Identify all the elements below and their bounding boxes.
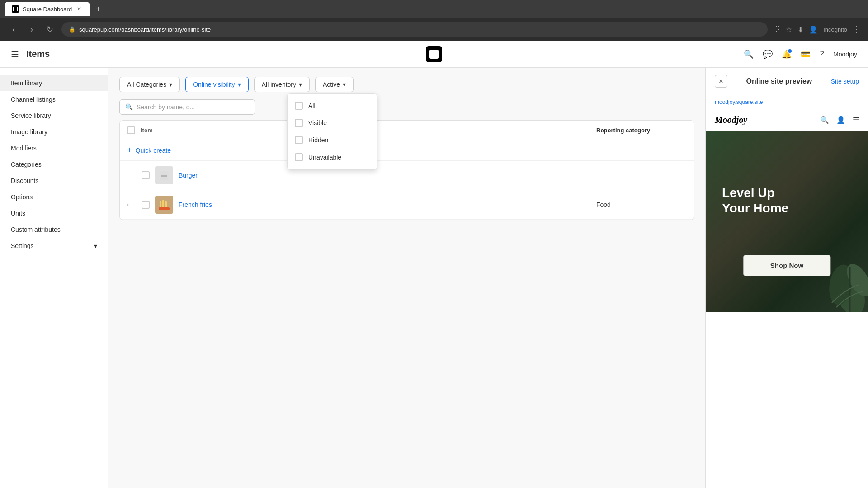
reporting-category-column-header: Reporting category <box>596 127 687 134</box>
dropdown-checkbox[interactable] <box>295 153 303 161</box>
forward-button[interactable]: › <box>25 23 38 36</box>
chat-icon[interactable]: 💬 <box>763 49 773 59</box>
close-panel-button[interactable]: ✕ <box>715 75 727 88</box>
item-thumbnail <box>155 166 173 184</box>
svg-rect-11 <box>159 207 170 210</box>
active-filter[interactable]: Active ▾ <box>315 77 354 92</box>
app: ☰ Items 🔍 💬 🔔 💳 ? Moodjoy Item library C… <box>0 41 868 488</box>
reporting-category: Food <box>596 201 687 208</box>
shield-icon: 🛡 <box>773 25 780 33</box>
lock-icon: 🔒 <box>69 26 75 33</box>
new-tab-button[interactable]: + <box>92 3 104 15</box>
browser-nav: ‹ › ↻ 🔒 squarepup.com/dashboard/items/li… <box>0 18 868 41</box>
all-categories-filter[interactable]: All Categories ▾ <box>119 77 180 92</box>
sidebar-item-item-library[interactable]: Item library <box>0 75 108 91</box>
dropdown-item-unavailable[interactable]: Unavailable <box>288 149 377 166</box>
sidebar-item-modifiers[interactable]: Modifiers <box>0 140 108 156</box>
all-inventory-filter[interactable]: All inventory ▾ <box>254 77 310 92</box>
sidebar-item-image-library[interactable]: Image library <box>0 124 108 140</box>
search-icon[interactable]: 🔍 <box>744 49 754 59</box>
tab-title: Square Dashboard <box>23 6 72 13</box>
expand-icon[interactable]: › <box>127 202 138 208</box>
sidebar-item-settings[interactable]: Settings ▾ <box>0 238 108 254</box>
hamburger-menu-icon[interactable]: ☰ <box>11 49 19 60</box>
sidebar-item-channel-listings[interactable]: Channel listings <box>0 91 108 108</box>
user-name[interactable]: Moodjoy <box>833 51 857 58</box>
row-checkbox[interactable] <box>142 201 150 209</box>
page-title: Items <box>26 49 50 59</box>
app-body: Item library Channel listings Service li… <box>0 68 868 488</box>
hero-headline-line2: Your Home <box>722 201 788 216</box>
item-thumbnail <box>155 196 173 214</box>
site-menu-icon[interactable]: ☰ <box>853 116 859 124</box>
svg-rect-1 <box>14 7 17 11</box>
chevron-down-icon: ▾ <box>169 81 172 88</box>
table-row[interactable]: Burger <box>120 161 694 190</box>
search-input[interactable] <box>137 103 249 111</box>
dropdown-checkbox[interactable] <box>295 136 303 144</box>
site-preview-header: Moodjoy 🔍 👤 ☰ <box>706 109 868 131</box>
select-all-checkbox[interactable] <box>127 126 135 134</box>
chevron-down-icon: ▾ <box>343 81 346 88</box>
more-options-icon[interactable]: ⋮ <box>853 24 861 34</box>
svg-rect-10 <box>165 201 167 208</box>
site-url[interactable]: moodjoy.square.site <box>706 95 868 109</box>
row-checkbox[interactable] <box>142 171 150 179</box>
sidebar-item-categories[interactable]: Categories <box>0 156 108 173</box>
sidebar-item-discounts[interactable]: Discounts <box>0 173 108 189</box>
favicon-icon <box>12 5 19 13</box>
search-icon: 🔍 <box>125 103 133 111</box>
dropdown-checkbox[interactable] <box>295 119 303 127</box>
notification-icon[interactable]: 🔔 <box>782 49 792 59</box>
site-search-icon[interactable]: 🔍 <box>820 116 829 124</box>
sidebar-item-units[interactable]: Units <box>0 205 108 221</box>
panel-title: Online site preview <box>746 77 812 85</box>
hero-section: Level Up Your Home Shop Now <box>706 131 868 312</box>
profile-icon[interactable]: 👤 <box>809 25 818 34</box>
address-bar[interactable]: 🔒 squarepup.com/dashboard/items/library/… <box>61 22 768 37</box>
main-content: All Categories ▾ Online visibility ▾ All… <box>108 68 705 488</box>
header-right: 🔍 💬 🔔 💳 ? Moodjoy <box>744 49 857 59</box>
site-account-icon[interactable]: 👤 <box>836 116 845 124</box>
shop-now-button[interactable]: Shop Now <box>743 255 830 276</box>
reload-button[interactable]: ↻ <box>43 23 56 36</box>
filters-row: All Categories ▾ Online visibility ▾ All… <box>119 77 694 92</box>
close-tab-button[interactable]: ✕ <box>75 5 83 13</box>
site-setup-link[interactable]: Site setup <box>831 78 859 85</box>
sidebar-item-service-library[interactable]: Service library <box>0 108 108 124</box>
help-icon[interactable]: ? <box>820 49 824 59</box>
site-preview: Moodjoy 🔍 👤 ☰ <box>706 109 868 488</box>
plus-icon: + <box>127 145 132 155</box>
nav-icons: 🛡 ☆ ⬇ 👤 <box>773 25 818 34</box>
online-visibility-dropdown: All Visible Hidden Unavailable <box>287 93 377 170</box>
app-header: ☰ Items 🔍 💬 🔔 💳 ? Moodjoy <box>0 41 868 68</box>
active-tab[interactable]: Square Dashboard ✕ <box>5 2 90 16</box>
card-icon[interactable]: 💳 <box>801 49 811 59</box>
item-name: Burger <box>179 172 596 179</box>
download-icon[interactable]: ⬇ <box>797 25 803 34</box>
dropdown-item-visible[interactable]: Visible <box>288 114 377 131</box>
quick-create-row[interactable]: + Quick create <box>120 140 694 161</box>
hero-text: Level Up Your Home <box>722 185 788 216</box>
search-row: 🔍 <box>119 99 694 115</box>
right-panel: ✕ Online site preview Site setup moodjoy… <box>705 68 868 488</box>
dropdown-checkbox[interactable] <box>295 102 303 110</box>
sidebar-item-custom-attributes[interactable]: Custom attributes <box>0 221 108 238</box>
hero-background: Level Up Your Home Shop Now <box>706 131 868 312</box>
online-visibility-filter[interactable]: Online visibility ▾ <box>185 77 249 92</box>
dropdown-item-all[interactable]: All <box>288 97 377 114</box>
svg-rect-8 <box>160 201 161 208</box>
hero-headline-line1: Level Up <box>722 185 788 201</box>
dropdown-item-hidden[interactable]: Hidden <box>288 131 377 149</box>
panel-header: ✕ Online site preview Site setup <box>706 68 868 95</box>
browser-tabs: Square Dashboard ✕ + <box>0 0 868 18</box>
sidebar-item-options[interactable]: Options <box>0 189 108 205</box>
svg-rect-9 <box>162 200 164 208</box>
table-header: Item Reporting category <box>120 121 694 140</box>
incognito-label: Incognito <box>823 26 847 33</box>
sidebar: Item library Channel listings Service li… <box>0 68 108 488</box>
back-button[interactable]: ‹ <box>7 23 20 36</box>
url-text: squarepup.com/dashboard/items/library/on… <box>79 26 211 33</box>
star-icon[interactable]: ☆ <box>786 25 792 34</box>
table-row[interactable]: › French fries Food <box>120 190 694 220</box>
